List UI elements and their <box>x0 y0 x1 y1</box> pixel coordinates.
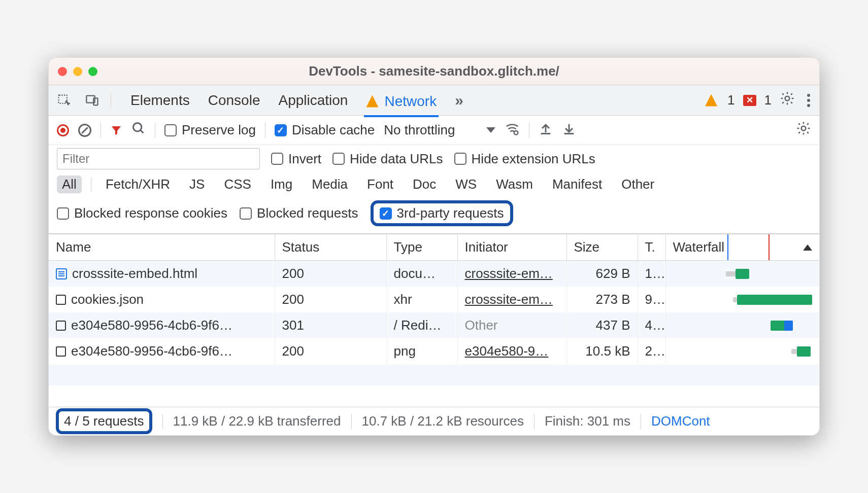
request-name: cookies.json <box>71 292 144 307</box>
search-icon[interactable] <box>131 121 146 139</box>
request-name: e304e580-9956-4cb6-9f6… <box>71 343 232 359</box>
filter-funnel-icon[interactable] <box>110 124 122 136</box>
error-count: 1 <box>764 92 772 108</box>
third-party-requests-checkbox[interactable]: 3rd-party requests <box>380 205 504 221</box>
document-icon <box>56 268 67 279</box>
close-window-button[interactable] <box>58 67 67 76</box>
panel-tabbar: Elements Console Application Network » 1… <box>49 85 819 116</box>
type-filter-other[interactable]: Other <box>616 175 659 193</box>
dcl-label: DOMCont <box>651 413 710 429</box>
tabs-overflow[interactable]: » <box>453 86 465 115</box>
table-header-row: Name Status Type Initiator Size T. Water… <box>49 234 819 261</box>
warning-icon <box>366 95 378 108</box>
type-filter-fetch[interactable]: Fetch/XHR <box>101 175 175 193</box>
filter-row: Invert Hide data URLs Hide extension URL… <box>49 145 819 172</box>
type-filter-js[interactable]: JS <box>184 175 210 193</box>
preserve-log-checkbox[interactable]: Preserve log <box>164 122 256 138</box>
minimize-window-button[interactable] <box>73 67 82 76</box>
devtools-window: DevTools - samesite-sandbox.glitch.me/ E… <box>48 57 820 436</box>
type-filter-manifest[interactable]: Manifest <box>547 175 607 193</box>
network-settings-gear-icon[interactable] <box>796 121 811 139</box>
type-filter-font[interactable]: Font <box>362 175 398 193</box>
col-status[interactable]: Status <box>275 234 386 261</box>
type-filter-ws[interactable]: WS <box>450 175 482 193</box>
initiator-link[interactable]: crosssite-em… <box>465 266 553 281</box>
inspect-icon[interactable] <box>54 93 74 108</box>
record-button[interactable] <box>57 124 69 136</box>
svg-point-4 <box>133 123 142 131</box>
resources-label: 10.7 kB / 21.2 kB resources <box>362 413 524 429</box>
download-har-icon[interactable] <box>562 121 576 139</box>
type-filter-doc[interactable]: Doc <box>408 175 441 193</box>
warning-count: 1 <box>727 92 735 108</box>
table-row[interactable]: cookies.json200xhrcrosssite-em…273 B9.. <box>49 287 819 312</box>
invert-checkbox[interactable]: Invert <box>271 151 321 167</box>
more-menu-icon[interactable] <box>803 94 814 107</box>
initiator-link[interactable]: e304e580-9… <box>465 343 549 359</box>
device-toggle-icon[interactable] <box>82 93 103 108</box>
file-icon <box>56 321 66 331</box>
col-time[interactable]: T. <box>638 234 665 261</box>
svg-point-6 <box>802 126 806 131</box>
type-filter-css[interactable]: CSS <box>219 175 256 193</box>
window-titlebar: DevTools - samesite-sandbox.glitch.me/ <box>49 58 819 85</box>
tab-network[interactable]: Network <box>364 86 439 117</box>
hide-data-urls-checkbox[interactable]: Hide data URLs <box>332 151 443 167</box>
upload-har-icon[interactable] <box>539 121 553 139</box>
svg-point-5 <box>514 131 518 135</box>
request-name: e304e580-9956-4cb6-9f6… <box>71 318 232 333</box>
type-filter-wasm[interactable]: Wasm <box>491 175 538 193</box>
error-icon[interactable]: ✕ <box>743 95 756 106</box>
third-party-requests-highlight: 3rd-party requests <box>371 200 513 226</box>
table-row[interactable]: e304e580-9956-4cb6-9f6…200pnge304e580-9…… <box>49 338 819 364</box>
table-row[interactable]: crosssite-embed.html200docu…crosssite-em… <box>49 261 819 287</box>
type-filter-media[interactable]: Media <box>307 175 353 193</box>
sort-asc-icon <box>803 244 812 251</box>
status-bar: 4 / 5 requests 11.9 kB / 22.9 kB transfe… <box>49 407 819 435</box>
requests-count-highlight: 4 / 5 requests <box>56 408 152 434</box>
requests-table: Name Status Type Initiator Size T. Water… <box>49 234 819 407</box>
file-icon <box>56 346 66 357</box>
blocked-filter-row: Blocked response cookies Blocked request… <box>49 196 819 234</box>
settings-gear-icon[interactable] <box>780 91 795 110</box>
transferred-label: 11.9 kB / 22.9 kB transferred <box>173 413 341 429</box>
col-size[interactable]: Size <box>566 234 638 261</box>
col-initiator[interactable]: Initiator <box>457 234 566 261</box>
tab-elements[interactable]: Elements <box>128 86 192 115</box>
maximize-window-button[interactable] <box>88 67 97 76</box>
throttling-select[interactable]: No throttling <box>384 122 495 138</box>
clear-button[interactable] <box>78 124 91 137</box>
col-waterfall[interactable]: Waterfall <box>665 234 819 261</box>
col-name[interactable]: Name <box>49 234 275 261</box>
chevron-down-icon <box>486 127 495 133</box>
traffic-lights <box>58 67 97 76</box>
warning-icon[interactable] <box>705 94 717 107</box>
window-title: DevTools - samesite-sandbox.glitch.me/ <box>49 63 819 79</box>
request-name: crosssite-embed.html <box>72 266 197 281</box>
hide-extension-urls-checkbox[interactable]: Hide extension URLs <box>454 151 595 167</box>
type-filter-all[interactable]: All <box>57 175 82 193</box>
network-conditions-icon[interactable] <box>505 121 520 139</box>
type-filter-row: All Fetch/XHR JS CSS Img Media Font Doc … <box>49 172 819 196</box>
svg-point-3 <box>785 96 790 101</box>
network-toolbar: Preserve log Disable cache No throttling <box>49 116 819 145</box>
blocked-response-cookies-checkbox[interactable]: Blocked response cookies <box>57 205 227 221</box>
blocked-requests-checkbox[interactable]: Blocked requests <box>240 205 358 221</box>
type-filter-img[interactable]: Img <box>265 175 297 193</box>
initiator-link: Other <box>465 318 498 333</box>
table-row[interactable]: e304e580-9956-4cb6-9f6…301/ Redi…Other43… <box>49 312 819 338</box>
col-type[interactable]: Type <box>386 234 457 261</box>
filter-input[interactable] <box>57 148 260 169</box>
file-icon <box>56 295 66 305</box>
tab-console[interactable]: Console <box>206 86 262 115</box>
disable-cache-checkbox[interactable]: Disable cache <box>275 122 375 138</box>
tab-application[interactable]: Application <box>276 86 350 115</box>
finish-label: Finish: 301 ms <box>545 413 630 429</box>
initiator-link[interactable]: crosssite-em… <box>465 292 553 307</box>
